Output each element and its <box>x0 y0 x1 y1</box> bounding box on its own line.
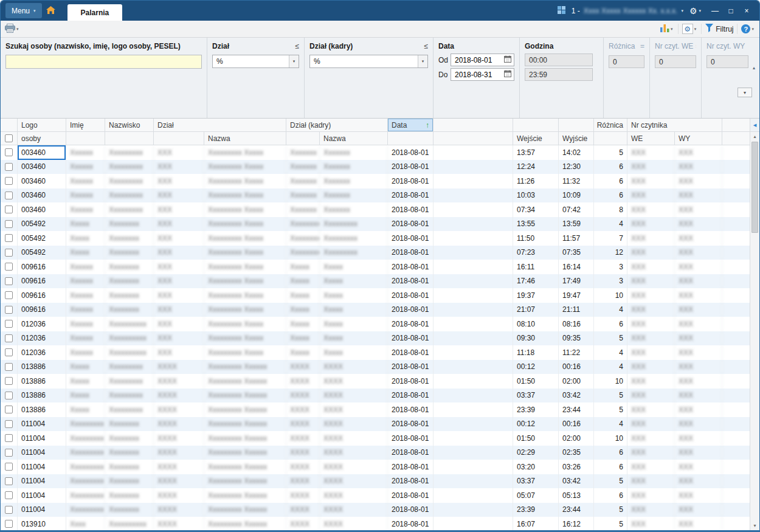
table-row[interactable]: 003460 Xxxxxx Xxxxxxxxx XXX Xxxxxxxxx Xx… <box>1 160 750 174</box>
cell-dzial-kadry-redacted[interactable]: Xxxxx <box>286 260 320 274</box>
cell-logo-osoby[interactable]: 003460 <box>18 145 66 160</box>
cell-imie-redacted[interactable]: Xxxxxx <box>66 202 105 217</box>
cell-dzial-nazwa-redacted[interactable]: Xxxxxxxxx Xxxxxx <box>204 417 286 432</box>
cell-dzial-redacted[interactable]: XXX <box>154 345 204 360</box>
cell-checkbox[interactable] <box>1 431 18 446</box>
cell-wyjscie[interactable]: 03:26 <box>559 460 594 474</box>
cell-dzial-redacted[interactable]: XXX <box>154 145 204 160</box>
cell-imie-redacted[interactable]: Xxxxxxxxx <box>66 460 105 474</box>
cell-data[interactable]: 2018-08-01 <box>388 474 434 489</box>
cell-nr-czytnika-we-redacted[interactable]: XXX <box>627 174 675 188</box>
table-row[interactable]: 011004 Xxxxxxxxx Xxxxxxxx XXXX Xxxxxxxxx… <box>1 503 750 517</box>
cell-dzial-nazwa-redacted[interactable]: Xxxxxxxxx Xxxxxx <box>204 446 286 460</box>
cell-empty[interactable] <box>434 417 513 432</box>
settings-menu-button[interactable]: ⚙ ▾ <box>689 6 701 16</box>
cell-nr-czytnika-wy-redacted[interactable]: XXX <box>675 417 722 432</box>
cell-dzial-kadry-nazwa-redacted[interactable]: Xxxxx <box>320 345 388 360</box>
cell-data[interactable]: 2018-08-01 <box>388 331 434 346</box>
cell-dzial-kadry-redacted[interactable]: Xxxxxxxxx <box>286 217 320 232</box>
calendar-icon[interactable] <box>504 70 511 79</box>
cell-imie-redacted[interactable]: Xxxxxxxxx <box>66 446 105 460</box>
cell-nr-czytnika-we-redacted[interactable]: XXX <box>627 345 675 360</box>
row-checkbox[interactable] <box>5 420 13 428</box>
cell-nr-czytnika-we-redacted[interactable]: XXX <box>627 331 675 346</box>
table-row[interactable]: 009616 Xxxxxx Xxxxxxxx XXX Xxxxxxxxx Xxx… <box>1 260 750 274</box>
cell-wyjscie[interactable]: 07:35 <box>559 246 594 260</box>
cell-wyjscie[interactable]: 00:16 <box>559 417 594 432</box>
cell-nr-czytnika-we-redacted[interactable]: XXX <box>627 474 675 489</box>
cell-dzial-kadry-nazwa-redacted[interactable]: Xxxxxxx <box>320 188 388 203</box>
cell-nazwisko-redacted[interactable]: Xxxxxxxxxx <box>105 517 154 530</box>
cell-dzial-nazwa-redacted[interactable]: Xxxxxxxxx Xxxxx <box>204 246 286 260</box>
column-header-imie[interactable]: Imię <box>66 119 105 132</box>
table-row[interactable]: 005492 Xxxxx Xxxxxxxx XXX Xxxxxxxxx Xxxx… <box>1 246 750 260</box>
cell-checkbox[interactable] <box>1 345 18 360</box>
cell-imie-redacted[interactable]: Xxxxxx <box>66 317 105 331</box>
cell-dzial-redacted[interactable]: XXX <box>154 160 204 174</box>
cell-nazwisko-redacted[interactable]: Xxxxxxxx <box>105 431 154 446</box>
cell-logo-osoby[interactable]: 013910 <box>18 517 66 530</box>
cell-imie-redacted[interactable]: Xxxxx <box>66 246 105 260</box>
cell-empty[interactable] <box>434 431 513 446</box>
cell-roznica[interactable]: 6 <box>594 488 627 503</box>
cell-empty[interactable] <box>434 202 513 217</box>
help-dropdown-button[interactable]: ▾ <box>751 27 754 32</box>
cell-empty[interactable] <box>722 231 750 246</box>
cell-dzial-nazwa-redacted[interactable]: Xxxxxxxxx Xxxxxx <box>204 474 286 489</box>
cell-nr-czytnika-wy-redacted[interactable]: XXX <box>675 317 722 331</box>
cell-checkbox[interactable] <box>1 389 18 403</box>
cell-empty[interactable] <box>434 217 513 232</box>
cell-wejscie[interactable]: 10:03 <box>513 188 559 203</box>
chevron-down-icon[interactable]: ▾ <box>418 55 427 67</box>
cell-checkbox[interactable] <box>1 460 18 474</box>
cell-checkbox[interactable] <box>1 374 18 389</box>
cell-nr-czytnika-we-redacted[interactable]: XXX <box>627 374 675 389</box>
cell-empty[interactable] <box>722 503 750 517</box>
cell-empty[interactable] <box>722 460 750 474</box>
cell-dzial-nazwa-redacted[interactable]: Xxxxxxxxx Xxxxxx <box>204 360 286 375</box>
cell-checkbox[interactable] <box>1 517 18 530</box>
cell-data[interactable]: 2018-08-01 <box>388 517 434 530</box>
scrollbar-thumb[interactable] <box>751 142 758 233</box>
cell-empty[interactable] <box>722 431 750 446</box>
cell-roznica[interactable]: 10 <box>594 374 627 389</box>
cell-logo-osoby[interactable]: 013886 <box>18 389 66 403</box>
row-checkbox[interactable] <box>5 234 13 242</box>
cell-empty[interactable] <box>722 402 750 417</box>
cell-imie-redacted[interactable]: Xxxxxx <box>66 145 105 160</box>
cell-dzial-redacted[interactable]: XXX <box>154 188 204 203</box>
cell-roznica[interactable]: 3 <box>594 274 627 289</box>
row-checkbox[interactable] <box>5 463 13 471</box>
cell-imie-redacted[interactable]: Xxxxxxxxx <box>66 503 105 517</box>
cell-wejscie[interactable]: 02:29 <box>513 446 559 460</box>
cell-empty[interactable] <box>434 145 513 160</box>
cell-nr-czytnika-we-redacted[interactable]: XXX <box>627 402 675 417</box>
cell-logo-osoby[interactable]: 005492 <box>18 231 66 246</box>
cell-wejscie[interactable]: 11:18 <box>513 345 559 360</box>
cell-wyjscie[interactable]: 09:35 <box>559 331 594 346</box>
cell-dzial-nazwa-redacted[interactable]: Xxxxxxxxx Xxxxx <box>204 145 286 160</box>
cell-nr-czytnika-we-redacted[interactable]: XXX <box>627 274 675 289</box>
cell-dzial-redacted[interactable]: XXXX <box>154 446 204 460</box>
cell-checkbox[interactable] <box>1 288 18 303</box>
cell-data[interactable]: 2018-08-01 <box>388 217 434 232</box>
cell-dzial-kadry-redacted[interactable]: XXXX <box>286 460 320 474</box>
cell-dzial-kadry-redacted[interactable]: Xxxxx <box>286 303 320 317</box>
cell-nr-czytnika-we-redacted[interactable]: XXX <box>627 246 675 260</box>
cell-checkbox[interactable] <box>1 331 18 346</box>
table-row[interactable]: 011004 Xxxxxxxxx Xxxxxxxx XXXX Xxxxxxxxx… <box>1 417 750 432</box>
table-row[interactable]: 013886 Xxxxx Xxxxxxxxx XXXX Xxxxxxxxx Xx… <box>1 389 750 403</box>
cell-nr-czytnika-wy-redacted[interactable]: XXX <box>675 145 722 160</box>
cell-logo-osoby[interactable]: 011004 <box>18 460 66 474</box>
cell-dzial-kadry-redacted[interactable]: XXXX <box>286 488 320 503</box>
cell-wejscie[interactable]: 03:20 <box>513 460 559 474</box>
cell-logo-osoby[interactable]: 003460 <box>18 188 66 203</box>
table-row[interactable]: 009616 Xxxxxx Xxxxxxxx XXX Xxxxxxxxx Xxx… <box>1 303 750 317</box>
cell-nr-czytnika-wy-redacted[interactable]: XXX <box>675 446 722 460</box>
cell-roznica[interactable]: 5 <box>594 389 627 403</box>
cell-roznica[interactable]: 4 <box>594 360 627 375</box>
row-checkbox[interactable] <box>5 491 13 499</box>
cell-nazwisko-redacted[interactable]: Xxxxxxxx <box>105 246 154 260</box>
maximize-button[interactable]: □ <box>723 7 739 15</box>
cell-wyjscie[interactable]: 11:32 <box>559 174 594 188</box>
